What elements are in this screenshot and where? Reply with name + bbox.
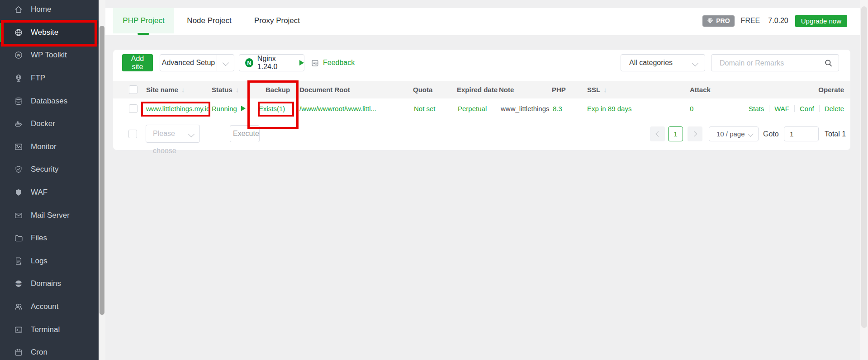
sidebar-item-docker[interactable]: Docker [0, 112, 99, 136]
waf-link[interactable]: WAF [774, 105, 789, 112]
sidebar-item-files[interactable]: Files [0, 227, 99, 250]
goto-page-input[interactable] [784, 126, 819, 141]
running-play-icon[interactable] [241, 106, 246, 111]
sidebar-item-label: Terminal [31, 325, 60, 334]
sidebar-item-domains[interactable]: www Domains [0, 272, 99, 295]
plan-label: FREE [741, 17, 760, 25]
sidebar-item-security[interactable]: Security [0, 158, 99, 181]
ssl-cell[interactable]: Exp in 89 days [587, 98, 631, 119]
operate-cell: Stats WAF Conf Delete [749, 98, 844, 119]
note-cell[interactable]: www_littlethings [501, 98, 550, 119]
expired-date-cell[interactable]: Perpetual [458, 98, 487, 119]
attack-cell[interactable]: 0 [690, 98, 693, 119]
sidebar-scrollbar[interactable] [99, 0, 105, 360]
previous-page-button[interactable] [650, 126, 665, 141]
sidebar-item-account[interactable]: Account [0, 295, 99, 318]
sort-desc-icon[interactable] [181, 86, 185, 94]
bulk-action-placeholder: Please choose [153, 125, 199, 159]
sidebar-item-label: Files [31, 234, 47, 243]
bulk-select-checkbox[interactable] [128, 130, 137, 138]
sidebar-item-label: Docker [31, 119, 55, 128]
nginx-logo-icon: N [245, 58, 253, 67]
sidebar-item-mail-server[interactable]: Mail Server [0, 204, 99, 227]
column-header-backup: Backup [266, 81, 290, 98]
sidebar-item-monitor[interactable]: Monitor [0, 136, 99, 159]
sidebar-item-cron[interactable]: Cron [0, 341, 99, 360]
upgrade-now-button[interactable]: Upgrade now [795, 15, 847, 27]
aapanel-app: Home Website W WP Toolkit FTP [0, 0, 868, 360]
page-scrollbar[interactable] [860, 0, 868, 360]
search-input[interactable] [719, 56, 820, 71]
site-search [711, 54, 839, 71]
chevron-down-icon [748, 131, 754, 137]
table-row: www.littlethings.my.id Running Exists(1)… [113, 98, 850, 119]
category-filter-select[interactable]: All categories [621, 54, 705, 71]
users-icon [14, 302, 23, 311]
sidebar-item-logs[interactable]: Logs [0, 250, 99, 273]
sidebar-item-home[interactable]: Home [0, 0, 99, 21]
delete-link[interactable]: Delete [825, 105, 844, 112]
column-header-status[interactable]: Status [212, 81, 239, 98]
column-header-site-name[interactable]: Site name [146, 81, 185, 98]
current-page-button[interactable]: 1 [668, 126, 683, 141]
sidebar-scrollbar-thumb[interactable] [100, 26, 104, 315]
sidebar-item-terminal[interactable]: Terminal [0, 318, 99, 341]
document-root-link[interactable]: /www/wwwroot/www.littl... [299, 98, 376, 119]
divider [769, 105, 769, 112]
quota-cell[interactable]: Not set [414, 98, 436, 119]
table-header-row: Site name Status Backup Document Root Qu… [113, 81, 850, 98]
webserver-button[interactable]: N Nginx 1.24.0 [239, 54, 304, 71]
tab-label: Node Project [187, 16, 231, 25]
column-header-attack: Attack [690, 81, 711, 98]
page-scrollbar-thumb[interactable] [861, 6, 867, 328]
chevron-down-icon[interactable] [223, 60, 229, 66]
column-header-ssl[interactable]: SSL [587, 81, 607, 98]
tab-proxy-project[interactable]: Proxy Project [244, 8, 310, 33]
calendar-icon [14, 348, 23, 357]
sidebar-item-website[interactable]: Website [0, 21, 99, 44]
page-size-select[interactable]: 10 / page [709, 126, 759, 141]
search-icon[interactable] [824, 59, 833, 67]
terminal-icon [14, 325, 23, 334]
sidebar-item-label: Databases [31, 97, 67, 106]
column-header-quota: Quota [413, 81, 432, 98]
status-cell[interactable]: Running [212, 98, 246, 119]
advanced-setup-split-button[interactable]: Advanced Setup [160, 54, 234, 71]
bulk-action-select[interactable]: Please choose [146, 125, 200, 143]
divider [819, 105, 820, 112]
pro-badge[interactable]: PRO [702, 15, 734, 27]
select-all-checkbox[interactable] [129, 85, 138, 94]
docker-icon [14, 119, 23, 128]
stats-link[interactable]: Stats [749, 105, 764, 112]
add-site-button[interactable]: Add site [122, 54, 153, 71]
site-name-link[interactable]: www.littlethings.my.id [146, 98, 210, 119]
ftp-globe-icon [14, 74, 23, 83]
wordpress-icon: W [14, 51, 23, 60]
php-version-cell[interactable]: 8.3 [553, 98, 562, 119]
feedback-link[interactable]: Feedback [311, 54, 355, 71]
sidebar-item-databases[interactable]: Databases [0, 89, 99, 112]
conf-link[interactable]: Conf [800, 105, 814, 112]
advanced-setup-label[interactable]: Advanced Setup [160, 55, 217, 71]
divider [217, 55, 217, 71]
www-globe-icon: www [14, 279, 23, 288]
sort-desc-icon[interactable] [603, 86, 607, 94]
tab-node-project[interactable]: Node Project [174, 8, 244, 33]
envelope-icon [14, 211, 23, 220]
backup-cell[interactable]: Exists(1) [259, 98, 285, 119]
version-number[interactable]: 7.0.20 [768, 17, 788, 25]
column-header-document-root: Document Root [299, 81, 350, 98]
row-checkbox[interactable] [129, 104, 138, 113]
sidebar-item-label: Monitor [31, 142, 57, 151]
sidebar-item-label: Mail Server [31, 211, 70, 220]
sidebar-item-waf[interactable]: WAF [0, 181, 99, 204]
column-header-php: PHP [552, 81, 566, 98]
sort-desc-icon[interactable] [236, 86, 239, 94]
tab-php-project[interactable]: PHP Project [113, 8, 174, 33]
next-page-button[interactable] [688, 126, 702, 141]
category-filter-value: All categories [629, 55, 673, 71]
sidebar-item-ftp[interactable]: FTP [0, 67, 99, 90]
execute-button[interactable]: Execute [230, 125, 260, 142]
topbar-right: PRO FREE 7.0.20 Upgrade now [702, 8, 847, 33]
sidebar-item-wp-toolkit[interactable]: W WP Toolkit [0, 44, 99, 67]
